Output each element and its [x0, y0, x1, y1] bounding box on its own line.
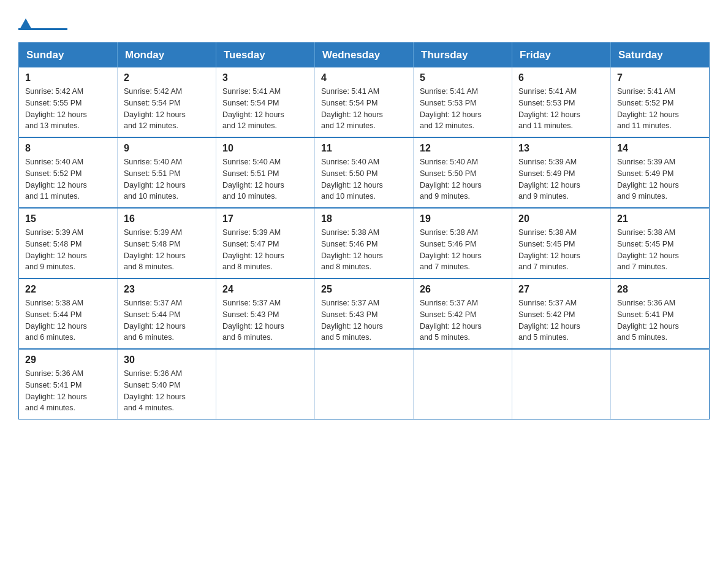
day-info: Sunrise: 5:40 AM Sunset: 5:52 PM Dayligh… [25, 156, 111, 202]
day-info: Sunrise: 5:36 AM Sunset: 5:41 PM Dayligh… [25, 368, 111, 414]
calendar-cell: 9 Sunrise: 5:40 AM Sunset: 5:51 PM Dayli… [118, 137, 216, 208]
calendar-cell: 1 Sunrise: 5:42 AM Sunset: 5:55 PM Dayli… [19, 67, 118, 137]
calendar-cell: 12 Sunrise: 5:40 AM Sunset: 5:50 PM Dayl… [414, 137, 512, 208]
day-info: Sunrise: 5:41 AM Sunset: 5:54 PM Dayligh… [321, 86, 407, 132]
logo [18, 18, 70, 30]
weekday-header-thursday: Thursday [414, 43, 512, 68]
calendar-cell: 26 Sunrise: 5:37 AM Sunset: 5:42 PM Dayl… [414, 278, 512, 349]
day-number: 4 [321, 72, 407, 83]
day-number: 15 [25, 213, 111, 224]
calendar-cell: 25 Sunrise: 5:37 AM Sunset: 5:43 PM Dayl… [315, 278, 414, 349]
day-info: Sunrise: 5:41 AM Sunset: 5:53 PM Dayligh… [518, 86, 604, 132]
day-info: Sunrise: 5:37 AM Sunset: 5:42 PM Dayligh… [420, 297, 506, 343]
day-info: Sunrise: 5:36 AM Sunset: 5:40 PM Dayligh… [124, 368, 210, 414]
week-row-4: 22 Sunrise: 5:38 AM Sunset: 5:44 PM Dayl… [19, 278, 710, 349]
day-number: 12 [420, 143, 506, 154]
day-info: Sunrise: 5:40 AM Sunset: 5:51 PM Dayligh… [124, 156, 210, 202]
calendar-cell: 8 Sunrise: 5:40 AM Sunset: 5:52 PM Dayli… [19, 137, 118, 208]
day-info: Sunrise: 5:37 AM Sunset: 5:44 PM Dayligh… [124, 297, 210, 343]
day-number: 9 [124, 143, 210, 154]
calendar-cell: 2 Sunrise: 5:42 AM Sunset: 5:54 PM Dayli… [118, 67, 216, 137]
page-header [18, 18, 710, 30]
calendar-header: SundayMondayTuesdayWednesdayThursdayFrid… [19, 43, 710, 68]
calendar-cell: 30 Sunrise: 5:36 AM Sunset: 5:40 PM Dayl… [118, 349, 216, 419]
day-info: Sunrise: 5:41 AM Sunset: 5:52 PM Dayligh… [617, 86, 703, 132]
weekday-header-sunday: Sunday [19, 43, 118, 68]
weekday-header-saturday: Saturday [611, 43, 710, 68]
day-number: 26 [420, 284, 506, 295]
day-number: 24 [222, 284, 308, 295]
day-info: Sunrise: 5:37 AM Sunset: 5:43 PM Dayligh… [222, 297, 308, 343]
day-number: 11 [321, 143, 407, 154]
calendar-cell: 15 Sunrise: 5:39 AM Sunset: 5:48 PM Dayl… [19, 208, 118, 278]
day-number: 10 [222, 143, 308, 154]
calendar-cell: 13 Sunrise: 5:39 AM Sunset: 5:49 PM Dayl… [512, 137, 611, 208]
calendar-cell: 18 Sunrise: 5:38 AM Sunset: 5:46 PM Dayl… [315, 208, 414, 278]
day-number: 13 [518, 143, 604, 154]
weekday-header-wednesday: Wednesday [315, 43, 414, 68]
day-number: 27 [518, 284, 604, 295]
day-info: Sunrise: 5:38 AM Sunset: 5:46 PM Dayligh… [321, 227, 407, 273]
day-info: Sunrise: 5:40 AM Sunset: 5:51 PM Dayligh… [222, 156, 308, 202]
week-row-2: 8 Sunrise: 5:40 AM Sunset: 5:52 PM Dayli… [19, 137, 710, 208]
day-info: Sunrise: 5:40 AM Sunset: 5:50 PM Dayligh… [420, 156, 506, 202]
calendar-cell: 4 Sunrise: 5:41 AM Sunset: 5:54 PM Dayli… [315, 67, 414, 137]
calendar-cell: 21 Sunrise: 5:38 AM Sunset: 5:45 PM Dayl… [611, 208, 710, 278]
day-info: Sunrise: 5:37 AM Sunset: 5:42 PM Dayligh… [518, 297, 604, 343]
weekday-row: SundayMondayTuesdayWednesdayThursdayFrid… [19, 43, 710, 68]
calendar-cell: 29 Sunrise: 5:36 AM Sunset: 5:41 PM Dayl… [19, 349, 118, 419]
day-number: 29 [25, 354, 111, 366]
calendar-cell: 16 Sunrise: 5:39 AM Sunset: 5:48 PM Dayl… [118, 208, 216, 278]
day-info: Sunrise: 5:41 AM Sunset: 5:53 PM Dayligh… [420, 86, 506, 132]
day-number: 7 [617, 72, 703, 83]
calendar-cell [315, 349, 414, 419]
logo-line [18, 28, 67, 30]
day-info: Sunrise: 5:37 AM Sunset: 5:43 PM Dayligh… [321, 297, 407, 343]
day-number: 25 [321, 284, 407, 295]
day-info: Sunrise: 5:36 AM Sunset: 5:41 PM Dayligh… [617, 297, 703, 343]
day-number: 18 [321, 213, 407, 224]
calendar-cell: 14 Sunrise: 5:39 AM Sunset: 5:49 PM Dayl… [611, 137, 710, 208]
day-number: 17 [222, 213, 308, 224]
day-info: Sunrise: 5:39 AM Sunset: 5:47 PM Dayligh… [222, 227, 308, 273]
day-number: 28 [617, 284, 703, 295]
day-info: Sunrise: 5:39 AM Sunset: 5:48 PM Dayligh… [25, 227, 111, 273]
calendar-cell [512, 349, 611, 419]
calendar-cell: 20 Sunrise: 5:38 AM Sunset: 5:45 PM Dayl… [512, 208, 611, 278]
calendar-cell [216, 349, 315, 419]
day-number: 22 [25, 284, 111, 295]
calendar-table: SundayMondayTuesdayWednesdayThursdayFrid… [18, 42, 710, 419]
day-info: Sunrise: 5:40 AM Sunset: 5:50 PM Dayligh… [321, 156, 407, 202]
calendar-cell: 23 Sunrise: 5:37 AM Sunset: 5:44 PM Dayl… [118, 278, 216, 349]
day-info: Sunrise: 5:39 AM Sunset: 5:48 PM Dayligh… [124, 227, 210, 273]
calendar-cell: 10 Sunrise: 5:40 AM Sunset: 5:51 PM Dayl… [216, 137, 315, 208]
day-number: 5 [420, 72, 506, 83]
day-number: 1 [25, 72, 111, 83]
calendar-cell: 5 Sunrise: 5:41 AM Sunset: 5:53 PM Dayli… [414, 67, 512, 137]
calendar-body: 1 Sunrise: 5:42 AM Sunset: 5:55 PM Dayli… [19, 67, 710, 419]
day-number: 16 [124, 213, 210, 224]
weekday-header-friday: Friday [512, 43, 611, 68]
weekday-header-monday: Monday [118, 43, 216, 68]
day-number: 2 [124, 72, 210, 83]
weekday-header-tuesday: Tuesday [216, 43, 315, 68]
week-row-5: 29 Sunrise: 5:36 AM Sunset: 5:41 PM Dayl… [19, 349, 710, 419]
day-number: 14 [617, 143, 703, 154]
day-info: Sunrise: 5:38 AM Sunset: 5:45 PM Dayligh… [617, 227, 703, 273]
calendar-cell: 3 Sunrise: 5:41 AM Sunset: 5:54 PM Dayli… [216, 67, 315, 137]
calendar-cell: 19 Sunrise: 5:38 AM Sunset: 5:46 PM Dayl… [414, 208, 512, 278]
day-number: 23 [124, 284, 210, 295]
week-row-1: 1 Sunrise: 5:42 AM Sunset: 5:55 PM Dayli… [19, 67, 710, 137]
day-info: Sunrise: 5:42 AM Sunset: 5:55 PM Dayligh… [25, 86, 111, 132]
calendar-cell [414, 349, 512, 419]
day-number: 3 [222, 72, 308, 83]
day-info: Sunrise: 5:41 AM Sunset: 5:54 PM Dayligh… [222, 86, 308, 132]
calendar-cell: 11 Sunrise: 5:40 AM Sunset: 5:50 PM Dayl… [315, 137, 414, 208]
calendar-cell: 22 Sunrise: 5:38 AM Sunset: 5:44 PM Dayl… [19, 278, 118, 349]
calendar-cell: 28 Sunrise: 5:36 AM Sunset: 5:41 PM Dayl… [611, 278, 710, 349]
day-number: 19 [420, 213, 506, 224]
week-row-3: 15 Sunrise: 5:39 AM Sunset: 5:48 PM Dayl… [19, 208, 710, 278]
day-info: Sunrise: 5:38 AM Sunset: 5:44 PM Dayligh… [25, 297, 111, 343]
day-info: Sunrise: 5:42 AM Sunset: 5:54 PM Dayligh… [124, 86, 210, 132]
calendar-cell: 6 Sunrise: 5:41 AM Sunset: 5:53 PM Dayli… [512, 67, 611, 137]
